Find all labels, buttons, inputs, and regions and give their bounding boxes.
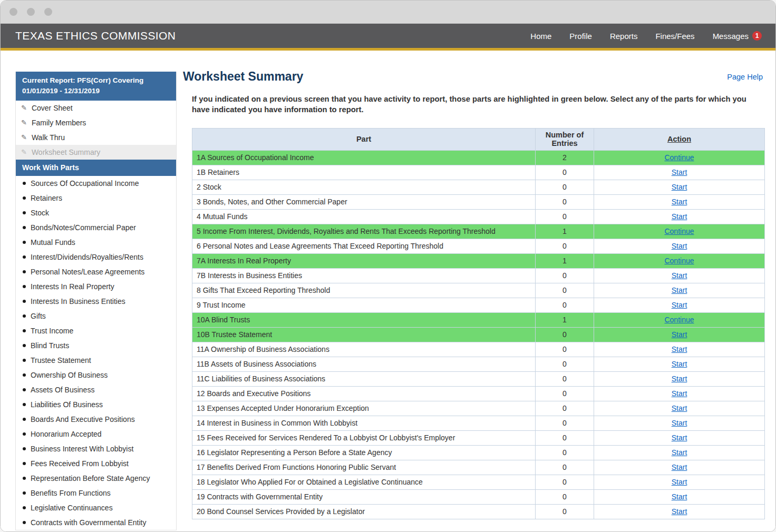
pencil-icon: ✎ [21, 118, 27, 127]
action-link-start[interactable]: Start [672, 507, 687, 516]
action-cell: Continue [594, 253, 765, 268]
sidebar: Current Report: PFS(Corr) Covering 01/01… [15, 72, 177, 530]
sidebar-part-gifts[interactable]: Gifts [16, 309, 176, 323]
sidebar-part-legislative-continuances[interactable]: Legislative Continuances [16, 500, 176, 515]
action-link-start[interactable]: Start [672, 345, 687, 353]
entries-cell: 0 [536, 489, 594, 504]
part-cell: 6 Personal Notes and Lease Agreements Th… [192, 239, 536, 253]
app-header: TEXAS ETHICS COMMISSION HomeProfileRepor… [1, 24, 775, 48]
sidebar-item-walk-thru[interactable]: ✎Walk Thru [16, 130, 176, 145]
sidebar-part-honorarium-accepted[interactable]: Honorarium Accepted [16, 427, 176, 441]
action-link-start[interactable]: Start [672, 198, 687, 206]
table-row-2-stock: 2 Stock0Start [192, 180, 765, 194]
entries-cell: 0 [536, 357, 594, 371]
nav-item-fines-fees[interactable]: Fines/Fees [655, 32, 694, 41]
action-link-continue[interactable]: Continue [664, 257, 694, 265]
nav-item-messages[interactable]: Messages1 [713, 31, 762, 41]
part-cell: 18 Legislator Who Applied For or Obtaine… [192, 475, 536, 489]
action-link-start[interactable]: Start [672, 419, 687, 427]
action-cell: Start [594, 401, 765, 416]
sidebar-part-personal-notes-lease-agreements[interactable]: Personal Notes/Lease Agreements [16, 264, 176, 279]
window-minimize-button[interactable] [27, 8, 35, 16]
action-link-continue[interactable]: Continue [664, 153, 694, 162]
sidebar-part-retainers[interactable]: Retainers [16, 191, 176, 205]
part-cell: 9 Trust Income [192, 298, 536, 312]
part-cell: 11C Liabilities of Business Associations [192, 371, 536, 386]
nav-item-profile[interactable]: Profile [569, 32, 592, 41]
sidebar-part-liabilities-of-business[interactable]: Liabilities Of Business [16, 397, 176, 412]
instructions-text: If you indicated on a previous screen th… [192, 94, 763, 115]
sidebar-part-mutual-funds[interactable]: Mutual Funds [16, 235, 176, 250]
bullet-icon [23, 211, 26, 214]
action-link-start[interactable]: Start [672, 286, 687, 294]
action-link-continue[interactable]: Continue [664, 227, 694, 235]
action-link-start[interactable]: Start [672, 301, 687, 309]
col-header-action[interactable]: Action [594, 128, 765, 150]
action-cell: Start [594, 357, 765, 371]
action-link-start[interactable]: Start [672, 271, 687, 280]
part-cell: 7B Interests in Business Entities [192, 268, 536, 283]
action-cell: Start [594, 268, 765, 283]
action-link-start[interactable]: Start [672, 360, 687, 368]
current-report-header: Current Report: PFS(Corr) Covering 01/01… [16, 72, 176, 101]
action-link-start[interactable]: Start [672, 492, 687, 501]
sidebar-part-assets-of-business[interactable]: Assets Of Business [16, 382, 176, 397]
sidebar-part-bonds-notes-commercial-paper[interactable]: Bonds/Notes/Commercial Paper [16, 220, 176, 235]
sidebar-part-contracts-with-governmental-entity[interactable]: Contracts with Governmental Entity [16, 515, 176, 530]
worksheet-table-body: 1A Sources of Occupational Income2Contin… [192, 150, 765, 519]
action-cell: Start [594, 194, 765, 209]
action-link-start[interactable]: Start [672, 183, 687, 191]
sidebar-item-family-members[interactable]: ✎Family Members [16, 115, 176, 130]
sidebar-part-label: Boards And Executive Positions [31, 415, 135, 424]
sidebar-part-benefits-from-functions[interactable]: Benefits From Functions [16, 486, 176, 500]
nav-item-reports[interactable]: Reports [610, 32, 638, 41]
entries-cell: 0 [536, 194, 594, 209]
table-row-9-trust-income: 9 Trust Income0Start [192, 298, 765, 312]
sidebar-part-label: Retainers [31, 193, 62, 203]
action-link-start[interactable]: Start [672, 434, 687, 442]
action-link-start[interactable]: Start [672, 404, 687, 412]
sidebar-part-sources-of-occupational-income[interactable]: Sources Of Occupational Income [16, 176, 176, 191]
sidebar-part-interests-in-real-property[interactable]: Interests In Real Property [16, 279, 176, 294]
page-help-link[interactable]: Page Help [727, 73, 763, 81]
sidebar-part-interests-in-business-entities[interactable]: Interests In Business Entities [16, 294, 176, 309]
sidebar-item-cover-sheet[interactable]: ✎Cover Sheet [16, 101, 176, 115]
sidebar-part-label: Contracts with Governmental Entity [31, 518, 146, 527]
sidebar-part-boards-and-executive-positions[interactable]: Boards And Executive Positions [16, 412, 176, 427]
sidebar-part-representation-before-state-agency[interactable]: Representation Before State Agency [16, 471, 176, 486]
action-link-start[interactable]: Start [672, 242, 687, 250]
nav-item-home[interactable]: Home [530, 32, 551, 41]
sidebar-part-interest-dividends-royalties-rents[interactable]: Interest/Dividends/Royalties/Rents [16, 250, 176, 264]
sidebar-part-business-interest-with-lobbyist[interactable]: Business Interest With Lobbyist [16, 441, 176, 456]
sidebar-part-stock[interactable]: Stock [16, 205, 176, 220]
table-row-14-interest-in-business-in-common-with-lobbyist: 14 Interest in Business in Common With L… [192, 416, 765, 430]
sidebar-item-label: Worksheet Summary [32, 147, 100, 157]
part-cell: 20 Bond Counsel Services Provided by a L… [192, 504, 536, 519]
table-row-11b-assets-of-business-associations: 11B Assets of Business Associations0Star… [192, 357, 765, 371]
action-link-start[interactable]: Start [672, 389, 687, 398]
sidebar-part-label: Fees Received From Lobbyist [31, 459, 129, 468]
action-link-start[interactable]: Start [672, 478, 687, 486]
action-link-start[interactable]: Start [672, 330, 687, 339]
window-close-button[interactable] [9, 8, 17, 16]
sidebar-part-trustee-statement[interactable]: Trustee Statement [16, 353, 176, 368]
sidebar-part-fees-received-from-lobbyist[interactable]: Fees Received From Lobbyist [16, 456, 176, 471]
action-link-start[interactable]: Start [672, 448, 687, 457]
action-link-start[interactable]: Start [672, 168, 687, 176]
table-row-5-income-from-interest-dividends-royalties-and-rents-that-exceeds-reporting-threshold: 5 Income From Interest, Dividends, Royal… [192, 224, 765, 239]
action-link-start[interactable]: Start [672, 463, 687, 471]
entries-cell: 1 [536, 312, 594, 327]
bullet-icon [23, 462, 26, 465]
sidebar-part-label: Legislative Continuances [31, 503, 113, 513]
action-link-start[interactable]: Start [672, 212, 687, 221]
action-cell: Start [594, 283, 765, 298]
action-link-continue[interactable]: Continue [664, 316, 694, 324]
sidebar-part-blind-trusts[interactable]: Blind Trusts [16, 338, 176, 353]
entries-cell: 0 [536, 445, 594, 460]
action-link-start[interactable]: Start [672, 375, 687, 383]
bullet-icon [23, 388, 26, 391]
sidebar-part-trust-income[interactable]: Trust Income [16, 323, 176, 338]
sidebar-part-ownership-of-business[interactable]: Ownership Of Business [16, 368, 176, 382]
sidebar-part-label: Business Interest With Lobbyist [31, 444, 133, 454]
window-zoom-button[interactable] [44, 8, 52, 16]
